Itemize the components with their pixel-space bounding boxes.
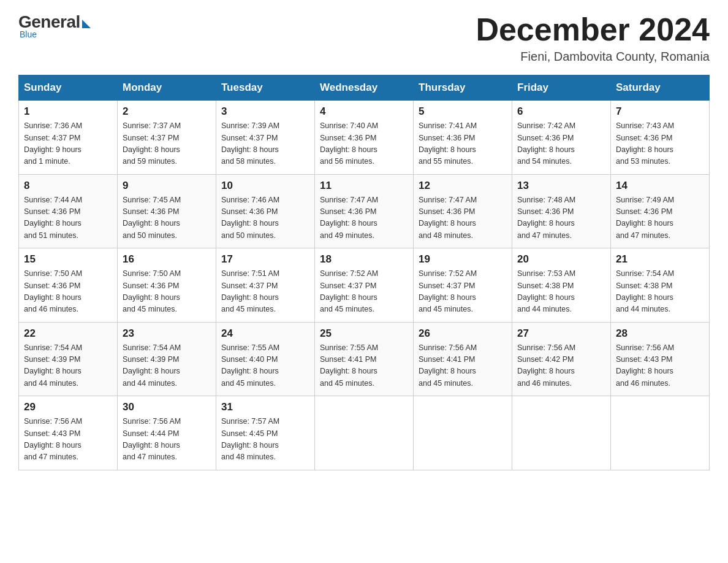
day-number: 16 (123, 253, 211, 266)
calendar-day-cell: 11Sunrise: 7:47 AMSunset: 4:36 PMDayligh… (315, 174, 414, 248)
day-number: 13 (517, 180, 605, 192)
calendar-day-cell: 4Sunrise: 7:40 AMSunset: 4:36 PMDaylight… (315, 101, 414, 175)
day-number: 8 (24, 180, 112, 192)
calendar-day-cell: 13Sunrise: 7:48 AMSunset: 4:36 PMDayligh… (512, 174, 611, 248)
day-info: Sunrise: 7:51 AMSunset: 4:37 PMDaylight:… (221, 268, 309, 316)
calendar-day-cell: 6Sunrise: 7:42 AMSunset: 4:36 PMDaylight… (512, 101, 611, 175)
day-info: Sunrise: 7:50 AMSunset: 4:36 PMDaylight:… (123, 268, 211, 316)
day-info: Sunrise: 7:56 AMSunset: 4:44 PMDaylight:… (123, 416, 211, 464)
calendar-day-cell: 5Sunrise: 7:41 AMSunset: 4:36 PMDaylight… (414, 101, 512, 175)
day-info: Sunrise: 7:43 AMSunset: 4:36 PMDaylight:… (616, 120, 704, 168)
day-info: Sunrise: 7:57 AMSunset: 4:45 PMDaylight:… (221, 416, 309, 464)
day-info: Sunrise: 7:46 AMSunset: 4:36 PMDaylight:… (221, 194, 309, 242)
day-number: 20 (517, 253, 605, 266)
calendar-day-cell (512, 396, 611, 470)
weekday-header-friday: Friday (512, 75, 611, 101)
month-year-title: December 2024 (476, 12, 710, 47)
calendar-day-cell: 19Sunrise: 7:52 AMSunset: 4:37 PMDayligh… (414, 248, 512, 323)
calendar-day-cell: 25Sunrise: 7:55 AMSunset: 4:41 PMDayligh… (315, 322, 414, 396)
page-header: General Blue December 2024 Fieni, Dambov… (18, 12, 710, 64)
day-info: Sunrise: 7:42 AMSunset: 4:36 PMDaylight:… (517, 120, 605, 168)
day-info: Sunrise: 7:49 AMSunset: 4:36 PMDaylight:… (616, 194, 704, 242)
day-info: Sunrise: 7:40 AMSunset: 4:36 PMDaylight:… (320, 120, 408, 168)
calendar-day-cell: 7Sunrise: 7:43 AMSunset: 4:36 PMDaylight… (611, 101, 710, 175)
day-number: 26 (419, 327, 507, 340)
day-number: 25 (320, 327, 408, 340)
day-number: 10 (221, 180, 309, 192)
day-info: Sunrise: 7:56 AMSunset: 4:41 PMDaylight:… (419, 342, 507, 390)
calendar-week-row: 22Sunrise: 7:54 AMSunset: 4:39 PMDayligh… (19, 322, 710, 396)
calendar-day-cell: 17Sunrise: 7:51 AMSunset: 4:37 PMDayligh… (216, 248, 315, 323)
calendar-day-cell: 10Sunrise: 7:46 AMSunset: 4:36 PMDayligh… (216, 174, 315, 248)
calendar-day-cell: 1Sunrise: 7:36 AMSunset: 4:37 PMDaylight… (19, 101, 118, 175)
title-block: December 2024 Fieni, Dambovita County, R… (476, 12, 710, 64)
weekday-header-sunday: Sunday (19, 75, 118, 101)
day-number: 15 (24, 253, 112, 266)
calendar-day-cell: 27Sunrise: 7:56 AMSunset: 4:42 PMDayligh… (512, 322, 611, 396)
calendar-week-row: 15Sunrise: 7:50 AMSunset: 4:36 PMDayligh… (19, 248, 710, 323)
day-info: Sunrise: 7:56 AMSunset: 4:43 PMDaylight:… (616, 342, 704, 390)
day-number: 27 (517, 327, 605, 340)
calendar-week-row: 29Sunrise: 7:56 AMSunset: 4:43 PMDayligh… (19, 396, 710, 470)
day-number: 14 (616, 180, 704, 192)
day-number: 5 (419, 105, 507, 118)
day-number: 2 (123, 105, 211, 118)
calendar-week-row: 1Sunrise: 7:36 AMSunset: 4:37 PMDaylight… (19, 101, 710, 175)
calendar-day-cell: 28Sunrise: 7:56 AMSunset: 4:43 PMDayligh… (611, 322, 710, 396)
day-info: Sunrise: 7:47 AMSunset: 4:36 PMDaylight:… (320, 194, 408, 242)
calendar-day-cell: 23Sunrise: 7:54 AMSunset: 4:39 PMDayligh… (118, 322, 216, 396)
day-info: Sunrise: 7:39 AMSunset: 4:37 PMDaylight:… (221, 120, 309, 168)
calendar-day-cell: 30Sunrise: 7:56 AMSunset: 4:44 PMDayligh… (118, 396, 216, 470)
day-number: 12 (419, 180, 507, 192)
day-number: 31 (221, 401, 309, 413)
calendar-day-cell: 8Sunrise: 7:44 AMSunset: 4:36 PMDaylight… (19, 174, 118, 248)
calendar-day-cell: 20Sunrise: 7:53 AMSunset: 4:38 PMDayligh… (512, 248, 611, 323)
calendar-day-cell: 16Sunrise: 7:50 AMSunset: 4:36 PMDayligh… (118, 248, 216, 323)
day-number: 22 (24, 327, 112, 340)
day-number: 18 (320, 253, 408, 266)
calendar-table: SundayMondayTuesdayWednesdayThursdayFrid… (18, 75, 710, 470)
calendar-day-cell: 15Sunrise: 7:50 AMSunset: 4:36 PMDayligh… (19, 248, 118, 323)
calendar-week-row: 8Sunrise: 7:44 AMSunset: 4:36 PMDaylight… (19, 174, 710, 248)
weekday-header-wednesday: Wednesday (315, 75, 414, 101)
day-number: 23 (123, 327, 211, 340)
day-info: Sunrise: 7:45 AMSunset: 4:36 PMDaylight:… (123, 194, 211, 242)
calendar-day-cell: 12Sunrise: 7:47 AMSunset: 4:36 PMDayligh… (414, 174, 512, 248)
logo-blue-text: Blue (20, 29, 37, 39)
day-info: Sunrise: 7:54 AMSunset: 4:38 PMDaylight:… (616, 268, 704, 316)
day-number: 3 (221, 105, 309, 118)
day-number: 6 (517, 105, 605, 118)
weekday-header-row: SundayMondayTuesdayWednesdayThursdayFrid… (19, 75, 710, 101)
day-info: Sunrise: 7:54 AMSunset: 4:39 PMDaylight:… (24, 342, 112, 390)
day-info: Sunrise: 7:48 AMSunset: 4:36 PMDaylight:… (517, 194, 605, 242)
day-number: 1 (24, 105, 112, 118)
day-info: Sunrise: 7:56 AMSunset: 4:43 PMDaylight:… (24, 416, 112, 464)
day-info: Sunrise: 7:55 AMSunset: 4:41 PMDaylight:… (320, 342, 408, 390)
calendar-day-cell (414, 396, 512, 470)
day-number: 19 (419, 253, 507, 266)
calendar-day-cell: 14Sunrise: 7:49 AMSunset: 4:36 PMDayligh… (611, 174, 710, 248)
day-info: Sunrise: 7:50 AMSunset: 4:36 PMDaylight:… (24, 268, 112, 316)
day-number: 4 (320, 105, 408, 118)
day-number: 28 (616, 327, 704, 340)
day-info: Sunrise: 7:55 AMSunset: 4:40 PMDaylight:… (221, 342, 309, 390)
day-number: 17 (221, 253, 309, 266)
day-number: 11 (320, 180, 408, 192)
calendar-day-cell: 22Sunrise: 7:54 AMSunset: 4:39 PMDayligh… (19, 322, 118, 396)
day-info: Sunrise: 7:52 AMSunset: 4:37 PMDaylight:… (320, 268, 408, 316)
day-number: 9 (123, 180, 211, 192)
day-info: Sunrise: 7:52 AMSunset: 4:37 PMDaylight:… (419, 268, 507, 316)
day-info: Sunrise: 7:53 AMSunset: 4:38 PMDaylight:… (517, 268, 605, 316)
day-info: Sunrise: 7:44 AMSunset: 4:36 PMDaylight:… (24, 194, 112, 242)
day-number: 24 (221, 327, 309, 340)
calendar-day-cell: 29Sunrise: 7:56 AMSunset: 4:43 PMDayligh… (19, 396, 118, 470)
calendar-day-cell: 9Sunrise: 7:45 AMSunset: 4:36 PMDaylight… (118, 174, 216, 248)
logo-arrow-icon (82, 20, 91, 28)
calendar-day-cell (315, 396, 414, 470)
day-number: 30 (123, 401, 211, 413)
calendar-day-cell (611, 396, 710, 470)
day-number: 7 (616, 105, 704, 118)
weekday-header-saturday: Saturday (611, 75, 710, 101)
location-text: Fieni, Dambovita County, Romania (476, 50, 710, 64)
day-info: Sunrise: 7:36 AMSunset: 4:37 PMDaylight:… (24, 120, 112, 168)
